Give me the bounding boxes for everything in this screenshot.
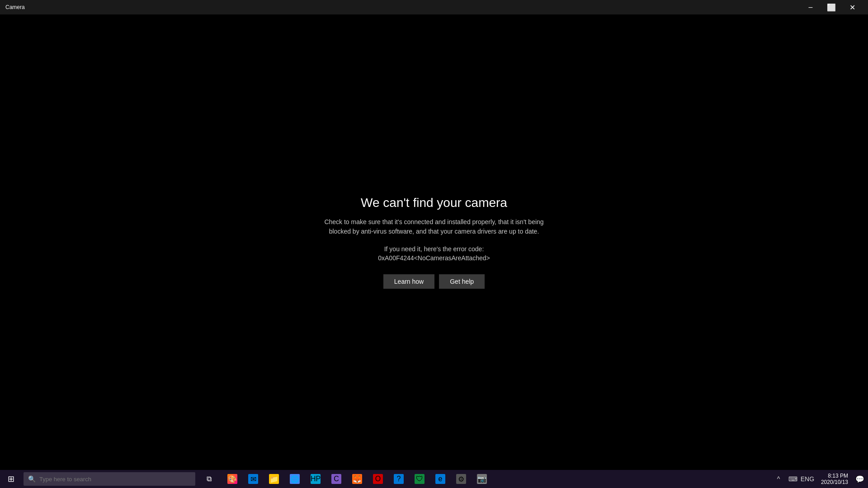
- taskbar-app-camera-taskbar-app[interactable]: 📷: [472, 470, 492, 488]
- lang-label: ENG: [801, 475, 814, 483]
- error-code: 0xA00F4244<NoCamerasAreAttached>: [378, 254, 490, 262]
- error-title: We can't find your camera: [361, 196, 507, 210]
- taskbar-app-edge-app[interactable]: e: [430, 470, 450, 488]
- taskbar-app-settings-app[interactable]: ⚙: [451, 470, 471, 488]
- taskbar-app-firefox-app[interactable]: 🦊: [347, 470, 367, 488]
- explorer-app-icon: 📁: [269, 474, 279, 484]
- shield-app-icon: 🛡: [415, 474, 425, 484]
- minimize-button[interactable]: –: [800, 0, 821, 14]
- hp-app-icon: HP: [311, 474, 321, 484]
- notification-icon: 💬: [855, 475, 864, 483]
- taskbar-app-shield-app[interactable]: 🛡: [410, 470, 429, 488]
- chrome-app-icon: 🌐: [290, 474, 300, 484]
- cortana-app-icon: C: [331, 474, 341, 484]
- titlebar: Camera – ⬜ ✕: [0, 0, 868, 14]
- opera-app-icon: O: [373, 474, 383, 484]
- titlebar-title: Camera: [5, 4, 25, 10]
- get-help-button[interactable]: Get help: [439, 274, 485, 289]
- edge-app-icon: e: [435, 474, 445, 484]
- keyboard-icon[interactable]: ⌨: [787, 470, 799, 488]
- windows-icon: ⊞: [8, 474, 14, 484]
- taskbar-app-hp-app[interactable]: HP: [306, 470, 326, 488]
- keyboard-layout-icon: ⌨: [788, 475, 797, 483]
- camera-taskbar-app-icon: 📷: [477, 474, 487, 484]
- button-row: Learn how Get help: [383, 274, 485, 289]
- tray-overflow-button[interactable]: ^: [772, 470, 785, 488]
- taskbar-app-chrome-app[interactable]: 🌐: [285, 470, 305, 488]
- taskbar-app-explorer-app[interactable]: 📁: [264, 470, 284, 488]
- taskbar-app-colorful-app[interactable]: 🎨: [222, 470, 242, 488]
- notification-button[interactable]: 💬: [852, 470, 868, 488]
- settings-app-icon: ⚙: [456, 474, 466, 484]
- task-view-button[interactable]: ⧉: [199, 470, 219, 488]
- task-view-icon: ⧉: [207, 475, 212, 483]
- mail-app-icon: ✉: [248, 474, 258, 484]
- learn-how-button[interactable]: Learn how: [383, 274, 434, 289]
- clock[interactable]: 8:13 PM 2020/10/13: [817, 470, 852, 488]
- close-button[interactable]: ✕: [842, 0, 863, 14]
- error-code-label: If you need it, here's the error code:: [384, 245, 484, 253]
- taskbar-app-mail-app[interactable]: ✉: [243, 470, 263, 488]
- firefox-app-icon: 🦊: [352, 474, 362, 484]
- taskbar-app-opera-app[interactable]: O: [368, 470, 388, 488]
- start-button[interactable]: ⊞: [0, 470, 22, 488]
- taskbar-app-cortana-app[interactable]: C: [326, 470, 346, 488]
- help-app-icon: ?: [394, 474, 404, 484]
- titlebar-controls: – ⬜ ✕: [800, 0, 863, 14]
- search-icon: 🔍: [28, 475, 36, 483]
- main-content: We can't find your camera Check to make …: [0, 14, 868, 470]
- taskbar: ⊞ 🔍 ⧉ 🎨✉📁🌐HPC🦊O?🛡e⚙📷 ^ ⌨ ENG 8:13 PM 202…: [0, 470, 868, 488]
- clock-date: 2020/10/13: [821, 479, 848, 485]
- search-input[interactable]: [39, 476, 191, 483]
- clock-time: 8:13 PM: [828, 473, 848, 479]
- pinned-apps: 🎨✉📁🌐HPC🦊O?🛡e⚙📷: [219, 470, 769, 488]
- search-bar[interactable]: 🔍: [24, 472, 195, 486]
- chevron-up-icon: ^: [777, 475, 780, 483]
- error-description: Check to make sure that it's connected a…: [321, 217, 547, 236]
- maximize-button[interactable]: ⬜: [821, 0, 842, 14]
- error-container: We can't find your camera Check to make …: [321, 196, 547, 289]
- taskbar-app-help-app[interactable]: ?: [389, 470, 409, 488]
- language-indicator[interactable]: ENG: [801, 470, 814, 488]
- colorful-app-icon: 🎨: [227, 474, 237, 484]
- system-tray: ^ ⌨ ENG: [769, 470, 817, 488]
